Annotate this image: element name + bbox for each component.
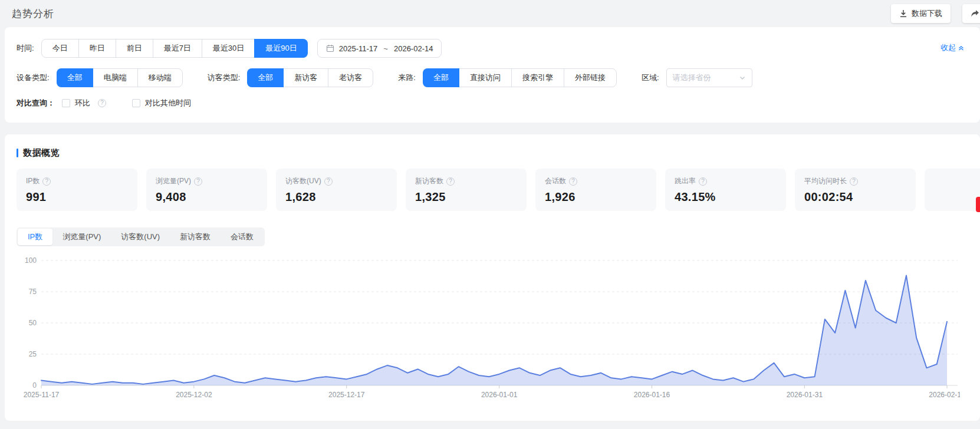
trend-chart-container: 02550751002025-11-172025-12-022025-12-17… <box>17 253 968 404</box>
chart-metric-tabs: IP数 浏览量(PV) 访客数(UV) 新访客数 会话数 <box>17 227 265 246</box>
visitor-option-returning[interactable]: 老访客 <box>328 69 373 87</box>
share-button[interactable]: 分享 <box>962 4 980 23</box>
metric-card-ip: IP数 991 <box>17 169 137 211</box>
time-option-yesterday[interactable]: 昨日 <box>78 39 116 57</box>
tab-new-visitors[interactable]: 新访客数 <box>170 229 221 245</box>
metric-card-new-visitors: 新访客数 1,325 <box>406 169 527 211</box>
date-end: 2026-02-14 <box>394 44 433 53</box>
time-filter-row: 时间: 今日 昨日 前日 最近7日 最近30日 最近90日 2025-11-17… <box>17 39 968 58</box>
time-option-last-7d[interactable]: 最近7日 <box>153 39 202 57</box>
source-option-direct[interactable]: 直接访问 <box>459 69 511 87</box>
download-label: 数据下载 <box>912 8 942 19</box>
chevron-down-icon <box>739 74 746 81</box>
metric-card-uv: 访客数(UV) 1,628 <box>276 169 397 211</box>
help-icon[interactable] <box>850 177 858 186</box>
help-icon[interactable] <box>446 177 455 186</box>
help-icon[interactable] <box>569 177 577 186</box>
metric-value: 1,628 <box>285 190 387 204</box>
metric-label: 跳出率 <box>675 176 696 186</box>
metric-card-bounce-rate: 跳出率 43.15% <box>665 169 786 211</box>
top-bar-actions: 数据下载 分享 <box>891 4 980 23</box>
filter-panel: 收起 时间: 今日 昨日 前日 最近7日 最近30日 最近90日 2025-11… <box>5 27 980 123</box>
help-icon[interactable] <box>194 177 202 186</box>
title-accent-bar <box>17 148 18 157</box>
time-option-last-90d[interactable]: 最近90日 <box>254 39 307 58</box>
svg-text:100: 100 <box>25 256 37 265</box>
metric-value: 991 <box>26 190 128 204</box>
visitor-type-label: 访客类型: <box>208 72 241 83</box>
compare-other-time-label: 对比其他时间 <box>145 98 191 108</box>
time-option-last-30d[interactable]: 最近30日 <box>202 39 255 57</box>
svg-text:75: 75 <box>29 288 37 296</box>
metric-value: 43.15% <box>675 190 777 204</box>
tab-sessions[interactable]: 会话数 <box>221 229 264 245</box>
share-icon <box>971 9 979 18</box>
metric-card-sessions: 会话数 1,926 <box>535 169 656 211</box>
svg-text:2025-11-17: 2025-11-17 <box>24 391 60 399</box>
svg-text:0: 0 <box>32 381 37 390</box>
segment-filter-row: 设备类型: 全部 电脑端 移动端 访客类型: 全部 新访客 老访客 来路: 全部… <box>17 68 968 87</box>
compare-filter-row: 对比查询： 环比 对比其他时间 <box>17 98 968 108</box>
svg-text:2025-12-17: 2025-12-17 <box>328 391 365 399</box>
svg-text:2026-01-16: 2026-01-16 <box>634 391 670 399</box>
download-icon <box>899 9 907 18</box>
compare-label: 对比查询： <box>17 98 55 108</box>
trend-area-chart[interactable]: 02550751002025-11-172025-12-022025-12-17… <box>17 253 960 402</box>
calendar-icon <box>326 44 334 52</box>
help-icon[interactable] <box>699 177 707 186</box>
time-option-day-before[interactable]: 前日 <box>116 39 153 57</box>
download-data-button[interactable]: 数据下载 <box>891 4 951 23</box>
collapse-label: 收起 <box>940 42 956 53</box>
svg-text:50: 50 <box>29 319 37 327</box>
metric-label: 会话数 <box>545 176 566 186</box>
source-label: 来路: <box>398 72 416 83</box>
chain-ratio-label: 环比 <box>75 98 90 108</box>
tab-uv[interactable]: 访客数(UV) <box>111 229 170 245</box>
source-option-all[interactable]: 全部 <box>423 68 459 87</box>
compare-other-time-item: 对比其他时间 <box>132 98 191 108</box>
date-start: 2025-11-17 <box>339 44 378 53</box>
metric-value: 1,325 <box>415 190 517 204</box>
chain-ratio-checkbox[interactable] <box>62 99 70 107</box>
tab-ip[interactable]: IP数 <box>18 229 52 245</box>
svg-text:2026-01-01: 2026-01-01 <box>481 391 518 399</box>
metric-label: IP数 <box>26 176 40 186</box>
metric-value: 1,926 <box>545 190 647 204</box>
top-bar: 趋势分析 数据下载 分享 <box>0 0 980 27</box>
source-option-search-engine[interactable]: 搜索引擎 <box>511 69 564 87</box>
metric-label: 访客数(UV) <box>285 176 321 186</box>
metric-card-partial <box>925 169 980 211</box>
help-icon[interactable] <box>42 177 51 186</box>
metric-label: 平均访问时长 <box>804 176 847 186</box>
feedback-side-tab[interactable] <box>976 197 980 212</box>
date-separator: ~ <box>383 44 388 53</box>
date-range-picker[interactable]: 2025-11-17 ~ 2026-02-14 <box>317 39 442 58</box>
tab-pv[interactable]: 浏览量(PV) <box>52 229 111 245</box>
metric-card-pv: 浏览量(PV) 9,408 <box>146 169 267 211</box>
source-group: 全部 直接访问 搜索引擎 外部链接 <box>423 68 617 87</box>
page-title: 趋势分析 <box>12 7 54 21</box>
visitor-option-new[interactable]: 新访客 <box>283 69 328 87</box>
metric-value: 9,408 <box>156 190 258 204</box>
metric-label: 浏览量(PV) <box>156 176 191 186</box>
section-title-text: 数据概览 <box>23 147 60 159</box>
section-title: 数据概览 <box>17 147 968 159</box>
source-option-external-link[interactable]: 外部链接 <box>564 69 616 87</box>
compare-other-time-checkbox[interactable] <box>132 99 140 107</box>
svg-text:25: 25 <box>29 350 37 358</box>
region-select[interactable]: 请选择省份 <box>666 68 752 87</box>
device-option-all[interactable]: 全部 <box>57 68 93 87</box>
region-placeholder: 请选择省份 <box>673 72 711 83</box>
region-label: 区域: <box>642 72 659 83</box>
metric-cards-row: IP数 991 浏览量(PV) 9,408 访客数(UV) 1,628 新访客数… <box>17 169 968 211</box>
compare-chain-item: 环比 <box>62 98 106 108</box>
help-icon[interactable] <box>324 177 333 186</box>
visitor-option-all[interactable]: 全部 <box>247 68 284 87</box>
metric-card-avg-duration: 平均访问时长 00:02:54 <box>795 169 916 211</box>
svg-text:2025-12-02: 2025-12-02 <box>176 391 212 399</box>
device-option-pc[interactable]: 电脑端 <box>93 69 137 87</box>
device-option-mobile[interactable]: 移动端 <box>137 69 182 87</box>
time-option-today[interactable]: 今日 <box>42 39 78 57</box>
collapse-link[interactable]: 收起 <box>940 42 965 53</box>
help-icon[interactable] <box>98 99 106 107</box>
